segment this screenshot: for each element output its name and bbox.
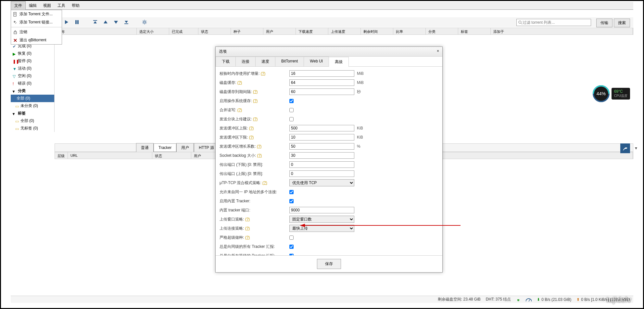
col-category[interactable]: 分类 — [426, 28, 458, 34]
col-dl[interactable]: 下载速度 — [296, 28, 328, 34]
sidebar-tag-none[interactable]: ▭无标签 (0) — [11, 125, 54, 132]
select-upload-conn[interactable]: 最快上传 — [289, 225, 354, 232]
dialog-tab-advanced[interactable]: 高级 — [329, 57, 349, 67]
help-link[interactable]: (?) — [253, 117, 258, 121]
col-eta[interactable]: 剩余时间 — [361, 28, 393, 34]
play-button[interactable] — [63, 18, 70, 26]
help-link[interactable]: (?) — [257, 144, 262, 149]
sidebar-category-all[interactable]: 全部 (0) — [11, 95, 54, 102]
col-added[interactable]: 添加于 — [491, 28, 633, 34]
checkbox-suggest[interactable] — [289, 117, 294, 121]
sidebar-tags-header[interactable]: ▾标签 — [11, 110, 54, 117]
tab-search[interactable]: 搜索 — [614, 19, 630, 27]
dialog-close-button[interactable]: × — [437, 49, 439, 54]
checkbox-coalesce[interactable] — [289, 108, 294, 112]
input-out-port-min[interactable] — [289, 161, 354, 168]
menu-view[interactable]: 视图 — [40, 2, 54, 10]
menu-tools[interactable]: 工具 — [54, 2, 69, 10]
help-link[interactable]: (?) — [253, 99, 258, 103]
input-disk-cache[interactable] — [289, 79, 354, 86]
detail-col-url[interactable]: URL — [68, 152, 152, 159]
input-mem-growth[interactable] — [289, 70, 354, 77]
col-peers[interactable]: 用户 — [263, 28, 296, 34]
sidebar-inactive[interactable]: ▽空闲 (0) — [11, 72, 54, 80]
lock-icon — [13, 30, 18, 34]
filter-searchbox[interactable] — [516, 19, 591, 26]
help-link[interactable]: (?) — [249, 126, 254, 130]
dialog-tab-speed[interactable]: 速度 — [255, 57, 275, 66]
dialog-tab-bittorrent[interactable]: BitTorrent — [275, 57, 304, 66]
input-socket-backlog[interactable] — [289, 152, 354, 159]
detail-col-status[interactable]: 状态 — [152, 152, 191, 159]
help-link[interactable]: (?) — [237, 108, 242, 112]
sidebar-resumed[interactable]: ▶恢复 (0) — [11, 50, 54, 57]
menu-exit[interactable]: 退出 qBittorrent — [11, 36, 62, 44]
select-utp-tcp[interactable]: 优先使用 TCP — [289, 179, 354, 186]
detail-col-tier[interactable]: 层级 — [55, 152, 68, 159]
sidebar-categories-header[interactable]: ▾分类 — [11, 87, 54, 95]
save-button[interactable]: 保存 — [317, 259, 341, 269]
detail-tab-tracker[interactable]: Tracker — [154, 143, 176, 152]
help-link[interactable]: (?) — [253, 89, 258, 94]
col-size[interactable]: 选定大小 — [137, 28, 169, 34]
sidebar-errored[interactable]: !错误 (0) — [11, 80, 54, 87]
settings-button[interactable] — [141, 18, 148, 26]
input-send-buf-growth[interactable] — [289, 143, 354, 150]
dialog-tab-connection[interactable]: 连接 — [235, 57, 256, 66]
move-down-button[interactable] — [112, 18, 120, 26]
app-logo-icon[interactable] — [620, 143, 630, 153]
menu-add-torrent-link[interactable]: 添加 Torrent 链接... — [11, 18, 62, 26]
input-disk-cache-expiry[interactable] — [289, 88, 354, 95]
checkbox-embed-tracker[interactable] — [289, 199, 294, 203]
sidebar-active[interactable]: ▼活动 (0) — [11, 65, 54, 72]
help-link[interactable]: (?) — [249, 135, 254, 140]
col-seeds[interactable]: 种子 — [231, 28, 263, 34]
help-link[interactable]: (?) — [245, 235, 250, 240]
menu-edit[interactable]: 编辑 — [26, 2, 40, 10]
help-link[interactable]: (?) — [245, 226, 250, 231]
checkbox-multi-conn[interactable] — [289, 190, 294, 194]
col-ratio[interactable]: 比率 — [393, 28, 426, 34]
status-speed-icon[interactable] — [526, 298, 532, 302]
pause-button[interactable] — [73, 18, 81, 26]
detail-tab-general[interactable]: 普通 — [136, 143, 154, 153]
select-upload-slots[interactable]: 固定窗口数 — [289, 216, 354, 223]
svg-marker-7 — [65, 20, 68, 24]
input-tracker-port[interactable] — [289, 207, 354, 213]
move-bottom-button[interactable] — [122, 18, 130, 26]
col-done[interactable]: 已完成 — [169, 28, 198, 34]
sidebar-paused[interactable]: ❚❚暂停 (0) — [11, 57, 54, 65]
menu-file[interactable]: 文件 — [11, 1, 26, 10]
col-name[interactable]: 名称 — [55, 28, 137, 34]
chevron-down-icon[interactable]: ▾ — [635, 145, 637, 151]
help-link[interactable]: (?) — [245, 217, 250, 222]
col-status[interactable]: 状态 — [198, 28, 231, 34]
status-plug-icon[interactable] — [516, 297, 521, 302]
dialog-tab-download[interactable]: 下载 — [216, 57, 236, 66]
help-link[interactable]: (?) — [262, 181, 267, 185]
sidebar-tag-all[interactable]: ▭全部 (0) — [11, 117, 54, 125]
input-send-buf-high[interactable] — [289, 125, 354, 131]
input-send-buf-low[interactable] — [289, 134, 354, 141]
col-ul[interactable]: 上传速度 — [328, 28, 361, 34]
sidebar-category-uncategorized[interactable]: ▭未分类 (0) — [11, 102, 54, 110]
menu-help[interactable]: 帮助 — [69, 2, 83, 10]
help-link[interactable]: (?) — [257, 153, 262, 158]
move-up-button[interactable] — [102, 18, 109, 26]
col-tags[interactable]: 标签 — [458, 28, 491, 34]
checkbox-os-cache[interactable] — [289, 99, 294, 103]
move-top-button[interactable] — [91, 18, 99, 26]
tab-transfer[interactable]: 传输 — [596, 19, 612, 27]
detail-tab-peers[interactable]: 用户 — [176, 143, 194, 153]
checkbox-announce-tiers[interactable] — [289, 245, 294, 249]
dialog-tab-webui[interactable]: Web UI — [304, 57, 329, 66]
checkbox-announce-all[interactable] — [289, 254, 294, 256]
torrent-columns: 名称 选定大小 已完成 状态 种子 用户 下载速度 上传速度 剩余时间 比率 分… — [11, 28, 633, 35]
checkbox-strict-super[interactable] — [289, 235, 294, 240]
help-link[interactable]: (?) — [237, 80, 242, 85]
input-out-port-max[interactable] — [289, 170, 354, 177]
filter-input[interactable] — [523, 20, 589, 25]
help-link[interactable]: (?) — [261, 71, 266, 76]
menu-logout[interactable]: 注销 — [11, 28, 62, 36]
menu-add-torrent-file[interactable]: 添加 Torrent 文件... — [11, 10, 62, 18]
